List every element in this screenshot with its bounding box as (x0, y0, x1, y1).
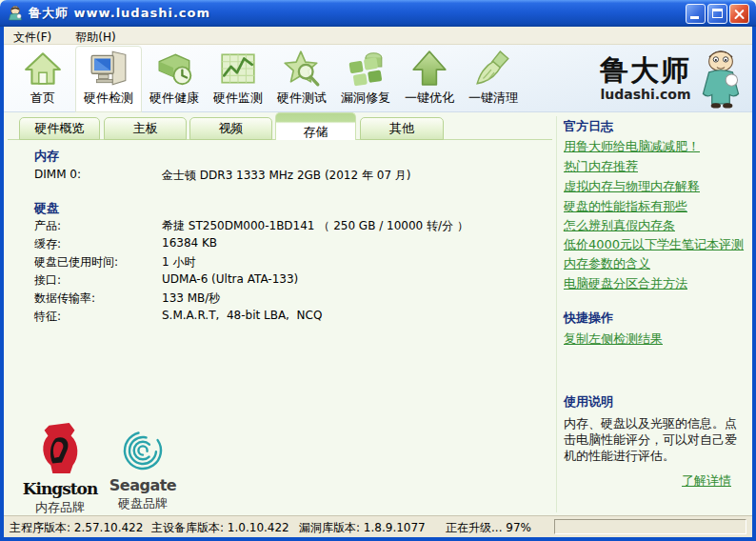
home-icon (23, 49, 63, 89)
toolbar-item-label: 硬件监测 (207, 90, 269, 107)
seagate-brand-name: Seagate (107, 476, 179, 494)
computer-icon (89, 49, 129, 89)
toolbar-item-home[interactable]: 首页 (11, 47, 74, 111)
toolbar-item-hardware-monitor[interactable]: 硬件监测 (207, 47, 269, 111)
status-vuln-version: 漏洞库版本: 1.8.9.1077 (299, 520, 426, 536)
seagate-logo-icon (121, 429, 165, 472)
seagate-brand-caption: 硬盘品牌 (107, 495, 179, 512)
row-value: UDMA-6 (Ultra ATA-133) (162, 272, 298, 286)
minimize-icon[interactable] (686, 4, 706, 24)
menu-file[interactable]: 文件(F) (4, 28, 61, 46)
sidebar-usage-title: 使用说明 (564, 393, 613, 411)
sidebar-log-title: 官方日志 (564, 118, 613, 135)
app-logo: 鲁大师 ludashi.com (600, 56, 691, 102)
row-label: 硬盘已使用时间: (34, 254, 118, 270)
toolbar-item-vulnerability-fix[interactable]: 漏洞修复 (334, 47, 397, 111)
sidebar-log-link[interactable]: 硬盘的性能指标有那些 (564, 198, 687, 215)
status-main-version: 主程序版本: 2.57.10.422 (10, 520, 143, 536)
sidebar-log-link[interactable]: 怎么辨别真假内存条 (564, 217, 675, 234)
toolbar-item-label: 硬件健康 (143, 90, 206, 107)
row-value: 16384 KB (162, 236, 217, 250)
sidebar-log-link[interactable]: 电脑硬盘分区合并方法 (564, 275, 687, 292)
tab-motherboard[interactable]: 主板 (104, 117, 187, 140)
toolbar-item-one-key-optimize[interactable]: 一键优化 (398, 47, 461, 111)
toolbar-item-label: 漏洞修复 (334, 90, 397, 107)
star-magnifier-icon (282, 49, 322, 89)
toolbar-item-label: 硬件检测 (76, 90, 141, 107)
monitor-chart-icon (218, 49, 258, 89)
toolbar-item-one-key-clean[interactable]: 一键清理 (462, 47, 525, 111)
row-label: 产品: (34, 218, 61, 234)
row-label: 缓存: (34, 236, 61, 252)
sidebar-log-link[interactable]: 用鲁大师给电脑减减肥！ (564, 138, 700, 155)
row-label: 特征: (34, 309, 61, 325)
toolbar-item-label: 首页 (11, 90, 74, 107)
row-value: S.M.A.R.T, 48-bit LBA, NCQ (162, 309, 322, 322)
sidebar-log-link[interactable]: 虚拟内存与物理内存解释 (564, 178, 700, 195)
app-logo-subtitle: ludashi.com (600, 87, 691, 102)
sidebar-usage-text: 内存、硬盘以及光驱的信息。点击电脑性能评分，可以对自己爱机的性能进行评估。 (564, 415, 741, 464)
sidebar-log-link[interactable]: 热门内存推荐 (564, 158, 638, 175)
sidebar-copy-results-link[interactable]: 复制左侧检测结果 (564, 331, 663, 348)
menu-bar: 文件(F) 帮助(H) (4, 27, 752, 45)
kingston-brand-name: Kingston (15, 479, 105, 498)
title-bar: 鲁大师 www.ludashi.com (0, 0, 756, 27)
sidebar-log-link[interactable]: 低价4000元以下学生笔记本评测 (564, 236, 744, 253)
toolbar-item-hardware-health[interactable]: 硬件健康 (143, 47, 206, 111)
app-mascot-icon (7, 5, 24, 22)
mascot-icon (695, 47, 746, 110)
status-upgrade-progress: 正在升级... 97% (446, 520, 531, 536)
toolbar-item-hardware-test[interactable]: 硬件测试 (270, 47, 333, 111)
section-title-disk: 硬盘 (34, 200, 59, 217)
kingston-brand-caption: 内存品牌 (15, 499, 105, 516)
sidebar-learn-more-link[interactable]: 了解详情 (564, 472, 731, 490)
ludashi-window: 鲁大师 www.ludashi.com 文件(F) 帮助(H) 首页 (0, 0, 756, 541)
health-clock-icon (154, 49, 194, 89)
toolbar: 首页 硬件检测 硬件健康 (4, 45, 752, 112)
tab-other[interactable]: 其他 (360, 117, 444, 140)
up-arrow-icon (409, 49, 449, 89)
patch-windows-icon (346, 49, 386, 89)
content-sidebar-divider (556, 116, 557, 512)
tab-hardware-overview[interactable]: 硬件概览 (19, 117, 100, 140)
row-value: 133 MB/秒 (162, 291, 220, 307)
window-title: 鲁大师 www.ludashi.com (29, 5, 210, 22)
toolbar-item-label: 一键优化 (398, 90, 461, 107)
status-device-version: 主设备库版本: 1.0.10.422 (151, 520, 289, 536)
tab-storage[interactable]: 存储 (275, 112, 356, 140)
maximize-icon[interactable] (707, 4, 727, 24)
kingston-brand: Kingston 内存品牌 (15, 422, 105, 516)
row-label: 接口: (34, 272, 61, 289)
status-bar: 主程序版本: 2.57.10.422 主设备库版本: 1.0.10.422 漏洞… (4, 515, 752, 537)
seagate-brand: Seagate 硬盘品牌 (107, 429, 179, 512)
section-title-memory: 内存 (34, 148, 59, 165)
app-logo-title: 鲁大师 (600, 56, 691, 85)
broom-icon (473, 49, 513, 89)
row-label: DIMM 0: (34, 168, 81, 181)
menu-help[interactable]: 帮助(H) (66, 28, 125, 46)
row-value: 1 小时 (162, 254, 195, 270)
kingston-logo-icon (32, 422, 88, 475)
toolbar-item-label: 硬件测试 (270, 90, 333, 107)
row-value: 希捷 ST250DM000-1BD141 （ 250 GB / 10000 转/… (162, 218, 468, 234)
toolbar-item-label: 一键清理 (462, 90, 525, 107)
sidebar-log-link[interactable]: 内存参数的含义 (564, 255, 650, 272)
row-label: 数据传输率: (34, 291, 95, 307)
sidebar-quick-title: 快捷操作 (564, 310, 613, 327)
status-empty-panel (554, 519, 746, 534)
toolbar-item-hardware-detect[interactable]: 硬件检测 (75, 46, 142, 112)
row-value: 金士顿 DDR3 1333 MHz 2GB (2012 年 07 月) (162, 168, 411, 184)
tab-video[interactable]: 视频 (189, 117, 272, 140)
close-icon[interactable] (729, 4, 749, 24)
